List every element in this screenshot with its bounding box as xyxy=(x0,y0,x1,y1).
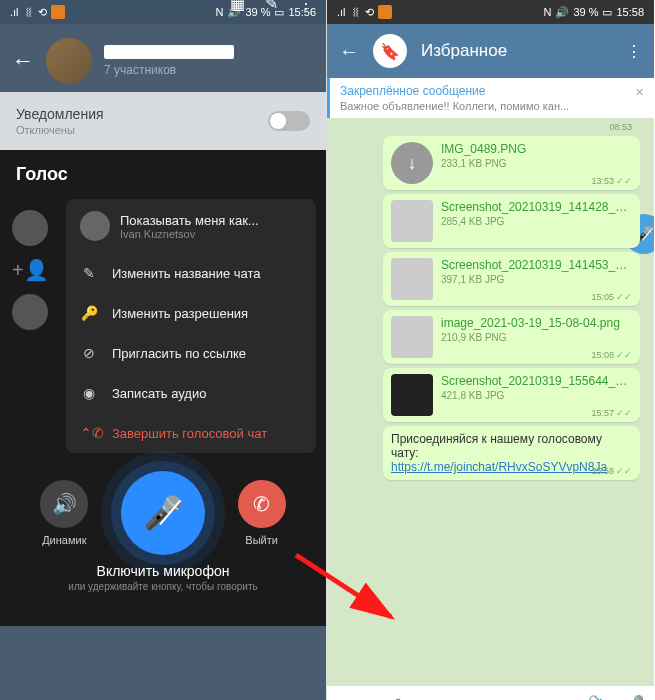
hangup-icon: ✆ xyxy=(253,492,270,516)
chat-header: ← 🔖 Избранное ⋮ xyxy=(327,24,654,78)
edit-icon[interactable]: ✎ xyxy=(265,0,278,13)
sync-icon: ⟲ xyxy=(38,6,47,19)
menu-show-as[interactable]: Показывать меня как... Ivan Kuznetsov xyxy=(66,199,316,253)
image-thumbnail[interactable] xyxy=(391,200,433,242)
app-icon xyxy=(378,5,392,19)
file-message[interactable]: Screenshot_20210319_155644_org.telegram.… xyxy=(383,368,640,422)
file-message[interactable]: Screenshot_20210319_141428_com.andro... … xyxy=(383,194,640,248)
battery-icon: ▭ xyxy=(602,6,612,19)
file-size: 233,1 KB PNG xyxy=(441,158,632,169)
message-text: Присоединяйся к нашему голосовому чату: xyxy=(391,432,602,460)
image-thumbnail[interactable] xyxy=(391,258,433,300)
voice-chat-title: Голос xyxy=(0,150,326,193)
pinned-title: Закреплённое сообщение xyxy=(340,84,569,98)
leave-button[interactable]: ✆ Выйти xyxy=(238,480,286,546)
signal-icon: .ıl xyxy=(337,6,346,18)
menu-label: Пригласить по ссылке xyxy=(112,346,246,361)
menu-label: Завершить голосовой чат xyxy=(112,426,267,441)
broadcast-icon[interactable]: ▦ xyxy=(230,0,245,13)
file-message[interactable]: ↓ IMG_0489.PNG 233,1 KB PNG 13:53✓✓ xyxy=(383,136,640,190)
more-icon[interactable]: ⋮ xyxy=(298,0,314,13)
attach-icon[interactable]: 📎 xyxy=(588,694,610,700)
group-subtitle: 7 участников xyxy=(104,63,314,77)
pencil-icon: ✎ xyxy=(80,265,98,281)
button-label: Выйти xyxy=(245,534,278,546)
image-thumbnail[interactable] xyxy=(391,316,433,358)
pinned-message[interactable]: Закреплённое сообщение Важное объявление… xyxy=(327,78,654,118)
speaker-button[interactable]: 🔊 Динамик xyxy=(40,480,88,546)
file-size: 397,1 KB JPG xyxy=(441,274,632,285)
menu-end-call[interactable]: ⌃✆Завершить голосовой чат xyxy=(66,413,316,453)
menu-invite[interactable]: ⊘Пригласить по ссылке xyxy=(66,333,316,373)
pinned-text: Важное объявление!! Коллеги, помимо кан.… xyxy=(340,100,569,112)
back-icon[interactable]: ← xyxy=(339,40,359,63)
menu-record[interactable]: ◉Записать аудио xyxy=(66,373,316,413)
chat-title: Избранное xyxy=(421,41,612,61)
file-size: 285,4 KB JPG xyxy=(441,216,632,227)
file-name: Screenshot_20210319_141428_com.andro... xyxy=(441,200,632,214)
app-icon xyxy=(51,5,65,19)
file-name: Screenshot_20210319_155644_org.telegram.… xyxy=(441,374,632,388)
nfc-icon: N xyxy=(543,6,551,18)
signal-icon: .ıl xyxy=(10,6,19,18)
file-message[interactable]: Screenshot_20210319_141453_com.andro... … xyxy=(383,252,640,306)
file-size: 421,8 KB JPG xyxy=(441,390,632,401)
more-icon[interactable]: ⋮ xyxy=(626,42,642,61)
group-avatar[interactable] xyxy=(46,38,92,84)
close-icon[interactable]: ✕ xyxy=(635,86,644,99)
member-avatar[interactable] xyxy=(12,210,48,246)
mic-icon[interactable]: 🎤 xyxy=(622,694,644,700)
menu-sublabel: Ivan Kuznetsov xyxy=(120,228,259,240)
group-name xyxy=(104,45,234,59)
record-icon: ◉ xyxy=(80,385,98,401)
notif-toggle[interactable] xyxy=(268,111,310,131)
read-checks-icon: ✓✓ xyxy=(616,176,632,186)
image-thumbnail[interactable] xyxy=(391,374,433,416)
file-size: 210,9 KB PNG xyxy=(441,332,632,343)
message-time: 15:08 xyxy=(591,350,614,360)
notifications-row[interactable]: Уведомления Отключены xyxy=(0,92,326,150)
menu-label: Записать аудио xyxy=(112,386,206,401)
notif-title: Уведомления xyxy=(16,106,104,122)
mic-button[interactable]: 🎤̸ xyxy=(121,471,205,555)
wifi-icon: ⧛ xyxy=(350,6,361,18)
text-message[interactable]: Присоединяйся к нашему голосовому чату: … xyxy=(383,426,640,480)
nfc-icon: N xyxy=(215,6,223,18)
read-checks-icon: ✓✓ xyxy=(616,408,632,418)
read-checks-icon: ✓✓ xyxy=(616,466,632,476)
message-time: 15:58 xyxy=(591,466,614,476)
link-icon: ⊘ xyxy=(80,345,98,361)
chat-area: 🎤̸ 08:53 ↓ IMG_0489.PNG 233,1 KB PNG 13:… xyxy=(327,118,654,685)
message-time: 08:53 xyxy=(335,122,646,132)
hangup-icon: ⌃✆ xyxy=(80,425,98,441)
read-checks-icon: ✓✓ xyxy=(616,292,632,302)
key-icon: 🔑 xyxy=(80,305,98,321)
add-person-icon[interactable]: +👤 xyxy=(12,258,49,282)
mic-muted-icon: 🎤̸ xyxy=(143,494,183,532)
clock: 15:58 xyxy=(616,6,644,18)
notif-sub: Отключены xyxy=(16,124,104,136)
download-icon[interactable]: ↓ xyxy=(391,142,433,184)
member-avatar[interactable] xyxy=(12,294,48,330)
context-menu: Показывать меня как... Ivan Kuznetsov ✎И… xyxy=(66,199,316,453)
menu-label: Показывать меня как... xyxy=(120,213,259,228)
group-header: ← 7 участников xyxy=(0,24,326,92)
file-name: Screenshot_20210319_141453_com.andro... xyxy=(441,258,632,272)
menu-label: Изменить название чата xyxy=(112,266,261,281)
emoji-icon[interactable]: ☺ xyxy=(337,695,355,701)
back-icon[interactable]: ← xyxy=(12,48,34,74)
menu-rename[interactable]: ✎Изменить название чата xyxy=(66,253,316,293)
menu-permissions[interactable]: 🔑Изменить разрешения xyxy=(66,293,316,333)
wifi-icon: ⧛ xyxy=(23,6,34,18)
saved-messages-icon[interactable]: 🔖 xyxy=(373,34,407,68)
message-time: 15:57 xyxy=(591,408,614,418)
message-link[interactable]: https://t.me/joinchat/RHvxSoSYVvpN8Ja xyxy=(391,460,607,474)
message-composer: ☺ 📎 🎤 xyxy=(327,685,654,700)
user-avatar-icon xyxy=(80,211,110,241)
file-name: IMG_0489.PNG xyxy=(441,142,632,156)
speaker-icon: 🔊 xyxy=(52,492,77,516)
button-label: Динамик xyxy=(42,534,86,546)
file-message[interactable]: image_2021-03-19_15-08-04.png 210,9 KB P… xyxy=(383,310,640,364)
battery-text: 39 % xyxy=(573,6,598,18)
speaker-icon: 🔊 xyxy=(555,6,569,19)
